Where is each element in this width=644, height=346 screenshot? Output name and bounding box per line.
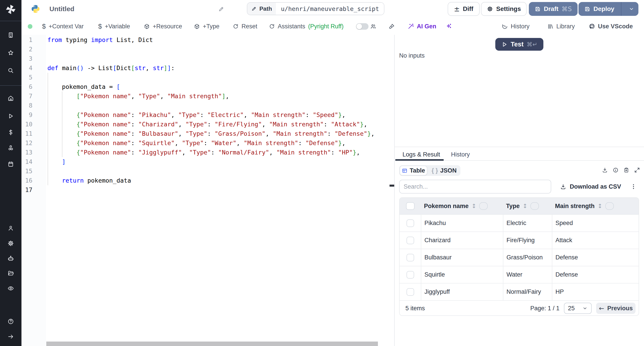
ai-gen-button[interactable]: AI Gen xyxy=(408,18,436,35)
favorites-star-icon[interactable] xyxy=(8,50,14,56)
sparkles-icon[interactable] xyxy=(446,18,452,35)
script-title[interactable]: Untitled xyxy=(50,0,74,18)
sort-icon[interactable]: ↕ xyxy=(522,203,528,209)
code-line[interactable]: 5 xyxy=(22,73,394,82)
variables-dollar-icon[interactable] xyxy=(8,129,14,136)
add-context-var-button[interactable]: $ +Context Var xyxy=(42,18,84,35)
table-row[interactable]: SquirtleWaterDefense xyxy=(400,266,639,283)
code-line[interactable]: 14 ] xyxy=(22,157,394,167)
workspace-icon[interactable] xyxy=(8,32,14,38)
assistants-button[interactable]: Assistants (Pyright Ruff) xyxy=(269,18,344,35)
code-line[interactable]: 7 ["Pokemon name", "Type", "Main strengt… xyxy=(22,92,394,101)
code-line[interactable]: 8 xyxy=(22,101,394,110)
windmill-logo[interactable] xyxy=(6,4,16,14)
previous-page-button[interactable]: ← Previous xyxy=(596,303,636,314)
library-button[interactable]: Library xyxy=(548,18,575,35)
help-icon[interactable] xyxy=(8,318,14,325)
table-cell: Bulbasaur xyxy=(421,249,503,266)
draft-button[interactable]: Draft ⌘S xyxy=(529,2,578,16)
users-icon[interactable] xyxy=(370,18,376,35)
deploy-button[interactable]: Deploy xyxy=(578,2,638,16)
row-checkbox[interactable] xyxy=(406,237,414,244)
use-vscode-button[interactable]: Use VScode xyxy=(589,18,633,35)
code-line[interactable]: 9 {"Pokemon name": "Pikachu", "Type": "E… xyxy=(22,110,394,120)
view-table-button[interactable]: Table xyxy=(400,166,427,175)
code-line[interactable]: 17 xyxy=(22,185,394,195)
table-row[interactable]: JigglypuffNormal/FairyHP xyxy=(400,283,639,300)
path-value[interactable]: u/henri/maneuverable_script xyxy=(276,3,384,15)
panel-divider[interactable] xyxy=(395,147,644,147)
table-row[interactable]: BulbasaurGrass/PoisonDefense xyxy=(400,249,639,266)
format-brush-icon[interactable] xyxy=(389,18,395,35)
line-number: 10 xyxy=(22,120,32,129)
code-line[interactable]: 11 {"Pokemon name": "Bulbasaur", "Type":… xyxy=(22,129,394,138)
resources-boxes-icon[interactable] xyxy=(8,145,14,151)
code-line[interactable]: 4def main() -> List[Dict[str, str]]: xyxy=(22,63,394,73)
table-row[interactable]: PikachuElectricSpeed xyxy=(400,214,639,231)
test-button[interactable]: Test ⌘↵ xyxy=(495,38,544,51)
expand-result-icon[interactable] xyxy=(634,167,640,173)
row-checkbox[interactable] xyxy=(406,254,414,261)
row-checkbox[interactable] xyxy=(406,219,414,227)
table-row[interactable]: CharizardFire/FlyingAttack xyxy=(400,231,639,249)
search-input[interactable] xyxy=(400,180,551,193)
filter-toggle[interactable] xyxy=(530,202,539,210)
home-icon[interactable] xyxy=(8,95,14,102)
tab-logs-result[interactable]: Logs & Result xyxy=(402,151,440,158)
code-line[interactable]: 1from typing import List, Dict xyxy=(22,35,394,45)
row-checkbox[interactable] xyxy=(406,288,414,296)
topbar: Untitled Path u/henri/maneuverable_scrip… xyxy=(22,0,644,18)
settings-gear-icon[interactable] xyxy=(8,240,14,247)
code-line[interactable]: 3 xyxy=(22,54,394,63)
diff-button[interactable]: ± Diff xyxy=(448,2,480,16)
schedules-calendar-icon[interactable] xyxy=(8,161,14,168)
reset-button[interactable]: Reset xyxy=(233,18,258,35)
tab-history[interactable]: History xyxy=(451,151,470,158)
add-resource-button[interactable]: +Resource xyxy=(144,18,182,35)
select-all-checkbox[interactable] xyxy=(406,202,414,210)
code-line[interactable]: 6 pokemon_data = [ xyxy=(22,82,394,92)
table-cell: Defense xyxy=(552,266,639,283)
sort-icon[interactable]: ↕ xyxy=(598,203,602,209)
audit-eye-icon[interactable] xyxy=(8,285,14,292)
result-search[interactable] xyxy=(399,180,551,193)
page-size-select[interactable]: 25 xyxy=(564,303,592,314)
code-editor[interactable]: 1from typing import List, Dict234def mai… xyxy=(22,35,394,346)
multiplayer-toggle[interactable] xyxy=(356,18,368,35)
column-header[interactable]: Pokemon name xyxy=(424,203,469,210)
sort-icon[interactable]: ↕ xyxy=(472,203,476,209)
settings-button[interactable]: Settings xyxy=(481,2,526,16)
copy-result-icon[interactable] xyxy=(624,167,629,173)
code-line[interactable]: 10 {"Pokemon name": "Charizard", "Type":… xyxy=(22,120,394,129)
code-line[interactable]: 16 return pokemon_data xyxy=(22,176,394,185)
user-icon[interactable] xyxy=(8,225,14,231)
code-line[interactable]: 15 xyxy=(22,167,394,176)
history-button[interactable]: History xyxy=(502,18,530,35)
column-header[interactable]: Type xyxy=(506,203,520,210)
horizontal-scrollbar[interactable] xyxy=(46,342,378,346)
expand-sidebar-arrow-icon[interactable] xyxy=(8,334,14,340)
table-menu-kebab[interactable] xyxy=(630,180,637,193)
add-type-button[interactable]: +Type xyxy=(194,18,219,35)
view-json-button[interactable]: { } JSON xyxy=(428,167,460,174)
code-line[interactable]: 13 {"Pokemon name": "Jigglypuff", "Type"… xyxy=(22,148,394,157)
deploy-dropdown-button[interactable] xyxy=(624,6,638,12)
folders-icon[interactable] xyxy=(8,270,14,277)
search-icon[interactable] xyxy=(8,67,14,74)
runs-play-icon[interactable] xyxy=(8,113,14,119)
download-csv-button[interactable]: Download as CSV xyxy=(560,180,621,193)
assistants-status[interactable]: (Pyright Ruff) xyxy=(308,23,344,30)
table-footer: 5 items Page: 1 / 1 25 ← Previous xyxy=(400,300,639,316)
path-field[interactable]: Path u/henri/maneuverable_script xyxy=(247,2,384,15)
workers-robot-icon[interactable] xyxy=(8,255,14,262)
code-line[interactable]: 12 {"Pokemon name": "Squirtle", "Type": … xyxy=(22,138,394,148)
filter-toggle[interactable] xyxy=(605,202,614,210)
add-variable-button[interactable]: $ +Variable xyxy=(98,18,130,35)
edit-summary-pencil-icon[interactable] xyxy=(218,6,224,12)
info-icon[interactable] xyxy=(613,167,618,173)
download-result-icon[interactable] xyxy=(602,167,608,173)
filter-toggle[interactable] xyxy=(479,202,488,210)
row-checkbox[interactable] xyxy=(406,271,414,279)
column-header[interactable]: Main strength xyxy=(555,203,594,210)
code-line[interactable]: 2 xyxy=(22,45,394,54)
